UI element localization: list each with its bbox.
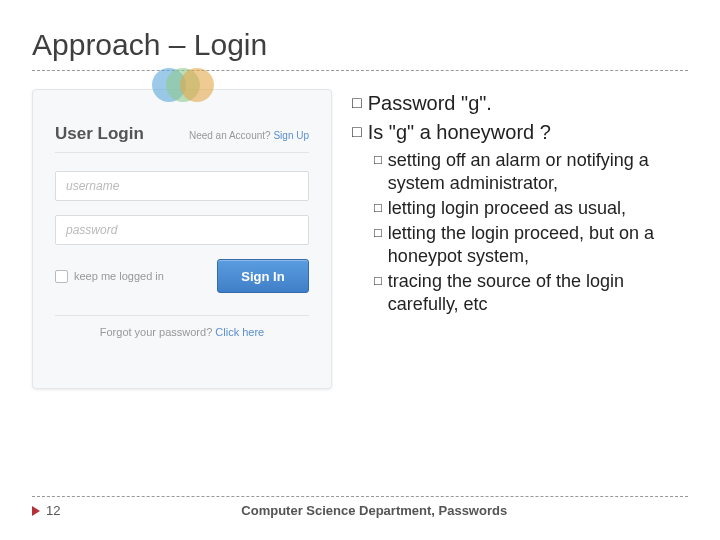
bullet-2-text: Is "g" a honeyword ? [368, 120, 551, 145]
bullet-1-text: Password "g". [368, 91, 492, 116]
sub-bullet-3: □ letting the login proceed, but on a ho… [374, 222, 688, 268]
page-number: 12 [32, 503, 60, 518]
sub-bullet-3-text: letting the login proceed, but on a hone… [388, 222, 688, 268]
keep-label: keep me logged in [74, 270, 164, 282]
bullet-area: □ Password "g". □ Is "g" a honeyword ? □… [352, 89, 688, 389]
signin-button[interactable]: Sign In [217, 259, 309, 293]
signup-link[interactable]: Sign Up [273, 130, 309, 141]
triangle-icon [32, 506, 40, 516]
login-panel: User Login Need an Account? Sign Up user… [32, 89, 332, 389]
footer-text: Computer Science Department, Passwords [60, 503, 688, 518]
keep-logged-in[interactable]: keep me logged in [55, 270, 164, 283]
sub-bullet-1: □ setting off an alarm or notifying a sy… [374, 149, 688, 195]
password-field[interactable]: password [55, 215, 309, 245]
square-bullet-icon: □ [374, 149, 382, 195]
footer: 12 Computer Science Department, Password… [32, 496, 688, 518]
signup-prefix: Need an Account? [189, 130, 271, 141]
sub-bullet-2: □ letting login proceed as usual, [374, 197, 688, 220]
panel-divider-2 [55, 315, 309, 316]
panel-divider-1 [55, 152, 309, 153]
bullet-2: □ Is "g" a honeyword ? [352, 120, 688, 145]
checkbox-icon[interactable] [55, 270, 68, 283]
square-bullet-icon: □ [374, 270, 382, 316]
sub-bullet-4-text: tracing the source of the login carefull… [388, 270, 688, 316]
forgot-password: Forgot your password? Click here [55, 326, 309, 338]
sub-bullet-2-text: letting login proceed as usual, [388, 197, 626, 220]
square-bullet-icon: □ [374, 222, 382, 268]
square-bullet-icon: □ [352, 91, 362, 116]
bullet-1: □ Password "g". [352, 91, 688, 116]
forgot-prefix: Forgot your password? [100, 326, 213, 338]
square-bullet-icon: □ [374, 197, 382, 220]
sub-bullet-1-text: setting off an alarm or notifying a syst… [388, 149, 688, 195]
square-bullet-icon: □ [352, 120, 362, 145]
forgot-link[interactable]: Click here [215, 326, 264, 338]
signup-prompt: Need an Account? Sign Up [189, 130, 309, 141]
sub-bullet-4: □ tracing the source of the login carefu… [374, 270, 688, 316]
username-field[interactable]: username [55, 171, 309, 201]
page-number-text: 12 [46, 503, 60, 518]
footer-divider [32, 496, 688, 497]
slide-title: Approach – Login [32, 28, 688, 62]
venn-logo [152, 68, 212, 98]
title-divider [32, 70, 688, 71]
panel-title: User Login [55, 124, 144, 144]
